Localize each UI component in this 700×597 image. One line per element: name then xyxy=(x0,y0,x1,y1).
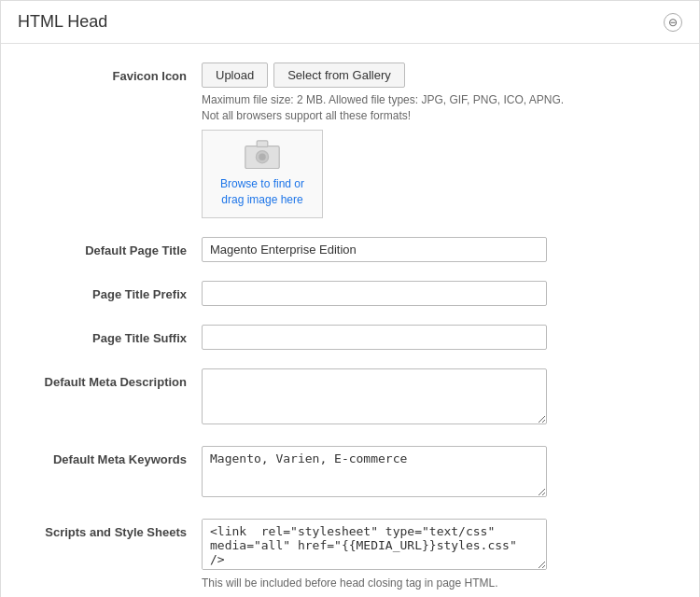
file-warning-text: Not all browsers support all these forma… xyxy=(202,109,671,122)
page-header: HTML Head ⊖ xyxy=(1,1,699,44)
default-page-title-input[interactable] xyxy=(202,237,547,262)
page-title-prefix-row: Page Title Prefix xyxy=(29,281,671,306)
default-meta-description-control xyxy=(202,368,671,427)
scripts-style-sheets-input[interactable] xyxy=(202,519,547,570)
page-wrapper: HTML Head ⊖ Favicon Icon Upload Select f… xyxy=(0,0,700,597)
default-meta-keywords-input[interactable] xyxy=(202,446,547,497)
page-title: HTML Head xyxy=(18,12,107,32)
select-from-gallery-button[interactable]: Select from Gallery xyxy=(273,62,405,88)
svg-point-3 xyxy=(259,153,265,160)
page-title-prefix-control xyxy=(202,281,671,306)
default-page-title-row: Default Page Title xyxy=(29,237,671,262)
svg-rect-1 xyxy=(257,141,268,147)
dropzone-text: Browse to find ordrag image here xyxy=(220,176,304,208)
page-title-suffix-input[interactable] xyxy=(202,325,547,350)
default-meta-keywords-row: Default Meta Keywords xyxy=(29,446,671,500)
favicon-icon-label: Favicon Icon xyxy=(29,62,202,85)
collapse-icon[interactable]: ⊖ xyxy=(664,13,682,32)
default-meta-description-label: Default Meta Description xyxy=(29,368,202,391)
scripts-hint-text: This will be included before head closin… xyxy=(202,576,671,590)
default-page-title-control xyxy=(202,237,671,262)
scripts-style-sheets-row: Scripts and Style Sheets This will be in… xyxy=(29,519,671,590)
default-page-title-label: Default Page Title xyxy=(29,237,202,259)
file-info-text: Maximum file size: 2 MB. Allowed file ty… xyxy=(202,93,671,106)
page-title-suffix-label: Page Title Suffix xyxy=(29,325,202,347)
camera-icon xyxy=(241,140,284,169)
scripts-style-sheets-label: Scripts and Style Sheets xyxy=(29,519,202,541)
scripts-style-sheets-control: This will be included before head closin… xyxy=(202,519,671,590)
upload-button[interactable]: Upload xyxy=(202,62,268,88)
favicon-icon-row: Favicon Icon Upload Select from Gallery … xyxy=(29,62,671,218)
default-meta-description-input[interactable] xyxy=(202,368,547,424)
favicon-btn-group: Upload Select from Gallery xyxy=(202,62,671,88)
default-meta-keywords-label: Default Meta Keywords xyxy=(29,446,202,468)
favicon-icon-control: Upload Select from Gallery Maximum file … xyxy=(202,62,671,218)
page-title-prefix-input[interactable] xyxy=(202,281,547,306)
image-dropzone[interactable]: Browse to find ordrag image here xyxy=(202,130,323,218)
page-title-prefix-label: Page Title Prefix xyxy=(29,281,202,303)
default-meta-description-row: Default Meta Description xyxy=(29,368,671,427)
form-body: Favicon Icon Upload Select from Gallery … xyxy=(1,44,699,597)
page-title-suffix-row: Page Title Suffix xyxy=(29,325,671,350)
page-title-suffix-control xyxy=(202,325,671,350)
default-meta-keywords-control xyxy=(202,446,671,500)
